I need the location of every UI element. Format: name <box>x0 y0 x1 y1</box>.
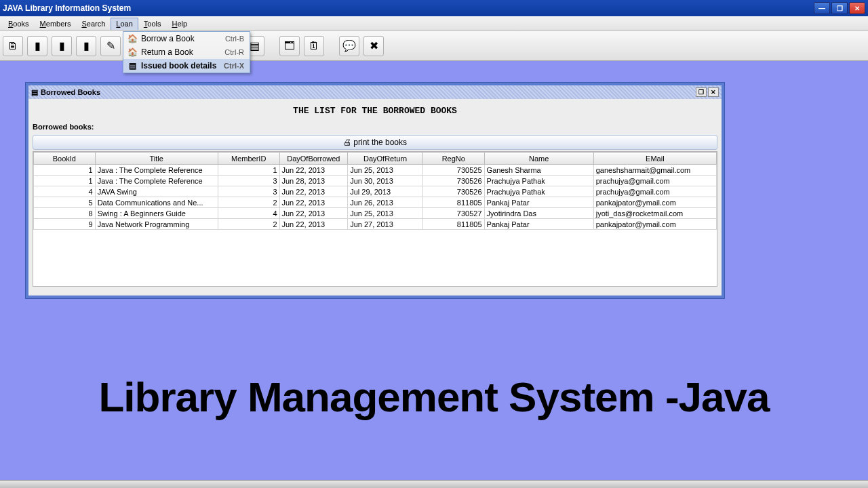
internal-window-title: Borrowed Books <box>41 88 100 96</box>
menu-item-shortcut: Ctrl-R <box>224 48 244 56</box>
toolbar-button-2[interactable]: ▮ <box>52 36 72 56</box>
menu-bar: BooksMembersSearchLoanToolsHelp <box>0 16 868 31</box>
cell-name: Prachujya Pathak <box>484 176 593 186</box>
menu-search[interactable]: Search <box>76 18 111 30</box>
window-title: JAVA Library Information System <box>3 3 131 13</box>
minimize-button[interactable]: — <box>814 2 830 14</box>
column-header-email[interactable]: EMail <box>593 152 716 165</box>
cell-memberid: 2 <box>218 197 279 208</box>
cell-dayofborrowed: Jun 22, 2013 <box>279 219 348 230</box>
cell-memberid: 3 <box>218 176 279 186</box>
cell-email: prachujya@gmail.com <box>593 186 716 197</box>
cell-title: Java : The Complete Reference <box>95 165 218 176</box>
internal-close-button[interactable]: ✕ <box>708 87 719 97</box>
cell-name: Pankaj Patar <box>484 197 593 208</box>
cell-bookid: 8 <box>34 208 96 219</box>
cell-memberid: 1 <box>218 165 279 176</box>
cell-dayofborrowed: Jun 28, 2013 <box>279 176 348 186</box>
menu-item-icon: ▤ <box>126 61 138 70</box>
cell-title: Java : The Complete Reference <box>95 176 218 186</box>
table-row[interactable]: 1Java : The Complete Reference3Jun 28, 2… <box>34 176 717 186</box>
toolbar-button-17[interactable]: ✖ <box>363 36 384 56</box>
column-header-regno[interactable]: RegNo <box>422 152 484 165</box>
cell-title: Swing : A Beginners Guide <box>95 208 218 219</box>
menu-item-label: Return a Book <box>141 47 224 57</box>
window-titlebar: JAVA Library Information System — ❐ ✕ <box>0 0 868 16</box>
cell-regno: 730525 <box>422 165 484 176</box>
page-caption: Library Management System -Java <box>0 373 868 421</box>
loan-dropdown: 🏠Borrow a BookCtrl-B🏠Return a BookCtrl-R… <box>123 31 250 73</box>
borrowed-books-table-wrap: BookIdTitleMemberIDDayOfBorrowedDayOfRet… <box>33 151 717 287</box>
column-header-name[interactable]: Name <box>484 152 593 165</box>
column-header-dayofborrowed[interactable]: DayOfBorrowed <box>279 152 348 165</box>
menu-item-shortcut: Ctrl-B <box>225 35 244 43</box>
cell-memberid: 2 <box>218 219 279 230</box>
cell-dayofreturn: Jun 26, 2013 <box>348 197 423 208</box>
dropdown-item-issued-book-details[interactable]: ▤Issued book detailsCtrl-X <box>123 59 250 73</box>
book-icon: ▤ <box>31 88 38 97</box>
horizontal-scrollbar[interactable] <box>0 480 868 488</box>
menu-tools[interactable]: Tools <box>138 18 167 30</box>
section-label: Borrowed books: <box>33 121 717 135</box>
cell-email: pankajpator@ymail.com <box>593 197 716 208</box>
toolbar-button-0[interactable]: 🗎 <box>3 36 23 56</box>
cell-dayofreturn: Jun 27, 2013 <box>348 219 423 230</box>
cell-dayofreturn: Jun 25, 2013 <box>348 165 423 176</box>
internal-maximize-button[interactable]: ❐ <box>696 87 707 97</box>
cell-bookid: 1 <box>34 176 96 186</box>
menu-item-label: Issued book details <box>141 61 224 70</box>
toolbar-button-16[interactable]: 💬 <box>339 36 359 56</box>
column-header-dayofreturn[interactable]: DayOfReturn <box>348 152 423 165</box>
cell-dayofborrowed: Jun 22, 2013 <box>279 197 348 208</box>
cell-title: Data Communications and Ne... <box>95 197 218 208</box>
cell-bookid: 1 <box>34 165 96 176</box>
cell-title: JAVA Swing <box>95 186 218 197</box>
borrowed-books-window: ▤ Borrowed Books ❐ ✕ THE LIST FOR THE BO… <box>26 83 724 298</box>
toolbar-button-3[interactable]: ▮ <box>76 36 96 56</box>
table-row[interactable]: 4JAVA Swing3Jun 22, 2013Jul 29, 20137305… <box>34 186 717 197</box>
cell-dayofborrowed: Jun 22, 2013 <box>279 208 348 219</box>
print-books-button[interactable]: 🖨 print the books <box>33 135 717 150</box>
menu-item-label: Borrow a Book <box>141 34 225 43</box>
cell-regno: 811805 <box>422 219 484 230</box>
cell-memberid: 4 <box>218 208 279 219</box>
menu-item-shortcut: Ctrl-X <box>224 62 244 70</box>
maximize-button[interactable]: ❐ <box>831 2 848 14</box>
toolbar-button-14[interactable]: 🗓 <box>304 36 324 56</box>
close-button[interactable]: ✕ <box>849 2 865 14</box>
menu-help[interactable]: Help <box>167 18 193 30</box>
dropdown-item-return-a-book[interactable]: 🏠Return a BookCtrl-R <box>123 45 250 59</box>
column-header-memberid[interactable]: MemberID <box>218 152 279 165</box>
table-row[interactable]: 9Java Network Programming2Jun 22, 2013Ju… <box>34 219 717 230</box>
cell-regno: 730526 <box>422 186 484 197</box>
toolbar-button-4[interactable]: ✎ <box>100 36 121 56</box>
cell-bookid: 4 <box>34 186 96 197</box>
menu-books[interactable]: Books <box>3 18 35 30</box>
cell-memberid: 3 <box>218 186 279 197</box>
table-row[interactable]: 5Data Communications and Ne...2Jun 22, 2… <box>34 197 717 208</box>
table-row[interactable]: 8Swing : A Beginners Guide4Jun 22, 2013J… <box>34 208 717 219</box>
menu-item-icon: 🏠 <box>126 47 138 57</box>
column-header-bookid[interactable]: BookId <box>34 152 96 165</box>
internal-window-titlebar[interactable]: ▤ Borrowed Books ❐ ✕ <box>28 85 722 99</box>
mdi-desktop: ▤ Borrowed Books ❐ ✕ THE LIST FOR THE BO… <box>0 61 868 488</box>
menu-item-icon: 🏠 <box>126 34 138 43</box>
cell-dayofborrowed: Jun 22, 2013 <box>279 165 348 176</box>
cell-dayofreturn: Jul 29, 2013 <box>348 186 423 197</box>
toolbar-button-1[interactable]: ▮ <box>27 36 47 56</box>
borrowed-books-table: BookIdTitleMemberIDDayOfBorrowedDayOfRet… <box>33 152 717 230</box>
dropdown-item-borrow-a-book[interactable]: 🏠Borrow a BookCtrl-B <box>123 32 250 45</box>
table-row[interactable]: 1Java : The Complete Reference1Jun 22, 2… <box>34 165 717 176</box>
cell-dayofborrowed: Jun 22, 2013 <box>279 186 348 197</box>
cell-name: Jyotirindra Das <box>484 208 593 219</box>
window-controls: — ❐ ✕ <box>814 2 865 14</box>
print-label: print the books <box>353 138 407 147</box>
list-heading: THE LIST FOR THE BORROWED BOOKS <box>33 102 717 121</box>
column-header-title[interactable]: Title <box>95 152 218 165</box>
menu-members[interactable]: Members <box>35 18 77 30</box>
cell-regno: 730526 <box>422 176 484 186</box>
cell-bookid: 9 <box>34 219 96 230</box>
menu-loan[interactable]: Loan <box>111 18 138 30</box>
toolbar-button-13[interactable]: 🗔 <box>279 36 300 56</box>
print-icon: 🖨 <box>343 138 351 147</box>
